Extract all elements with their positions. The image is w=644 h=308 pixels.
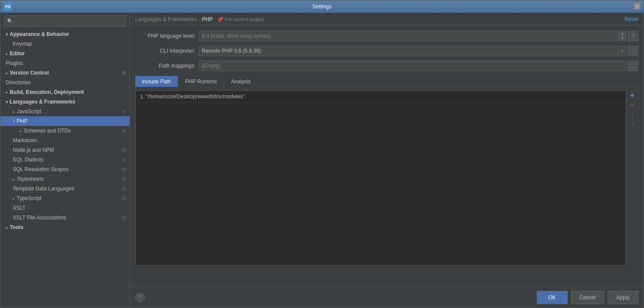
path-mappings-value: (Empty) <box>199 61 626 71</box>
path-mappings-control: (Empty) … <box>199 61 638 71</box>
sidebar-item-sql-dialects[interactable]: SQL Dialects ⚙ <box>0 155 130 165</box>
arrow-icon: ▾ <box>6 32 8 37</box>
sidebar-item-javascript[interactable]: ▸ JavaScript ⚙ <box>0 107 130 116</box>
cli-interpreter-control: Remote PHP 5.6 (5.6.36) ▾ … <box>199 46 638 56</box>
arrow-icon: ▾ <box>13 119 15 124</box>
sidebar-item-label: Editor <box>10 50 25 57</box>
window-title: Settings <box>313 4 331 10</box>
sidebar-item-sql-resolution[interactable]: SQL Resolution Scopes ⚙ <box>0 165 130 174</box>
move-down-button[interactable]: ↓ <box>628 120 637 129</box>
sidebar-item-schemas[interactable]: ▸ Schemas and DTDs ⚙ <box>0 126 130 136</box>
sidebar-item-tools[interactable]: ▸ Tools <box>0 222 130 232</box>
sidebar-item-languages[interactable]: ▾ Languages & Frameworks <box>0 97 130 107</box>
sidebar: 🔍 ▾ Appearance & Behavior Keymap ▸ Edito… <box>0 13 130 308</box>
add-path-button[interactable]: + <box>628 91 637 100</box>
pin-icon: 📌 <box>217 17 223 22</box>
breadcrumb: Languages & Frameworks › PHP 📌 For curre… <box>135 16 264 22</box>
reset-button[interactable]: Reset <box>625 16 638 22</box>
level-help-button[interactable]: ? <box>628 31 638 41</box>
arrow-icon: ▸ <box>6 90 8 95</box>
ok-button[interactable]: OK <box>537 291 568 304</box>
main-panel: Languages & Frameworks › PHP 📌 For curre… <box>130 13 644 308</box>
gear-icon: ⚙ <box>122 147 126 153</box>
language-level-value: 5.4 (traits, short array syntax) <box>199 31 618 41</box>
gear-icon: ⚙ <box>122 167 126 172</box>
level-down-button[interactable]: ▼ <box>619 36 626 41</box>
close-button[interactable]: ✕ <box>633 2 641 10</box>
level-up-button[interactable]: ▲ <box>619 31 626 36</box>
breadcrumb-separator: › <box>198 16 200 22</box>
content-area: 🔍 ▾ Appearance & Behavior Keymap ▸ Edito… <box>0 13 644 308</box>
cancel-button[interactable]: Cancel <box>571 291 604 304</box>
arrow-icon: ▸ <box>6 225 8 230</box>
search-box[interactable]: 🔍 <box>4 15 126 27</box>
sidebar-item-label: SQL Resolution Scopes <box>13 166 68 172</box>
sidebar-item-markdown[interactable]: Markdown <box>0 136 130 145</box>
sidebar-item-label: Markdown <box>13 137 37 143</box>
sidebar-item-keymap[interactable]: Keymap <box>0 39 130 49</box>
sidebar-item-label: SQL Dialects <box>13 157 43 163</box>
breadcrumb-current: PHP <box>202 16 213 22</box>
gear-icon: ⚙ <box>122 118 126 124</box>
path-mappings-row: Path mappings: (Empty) … <box>135 61 638 71</box>
sidebar-item-label: Directories <box>6 79 31 86</box>
header-bar: Languages & Frameworks › PHP 📌 For curre… <box>130 13 644 25</box>
apply-button[interactable]: Apply <box>608 291 638 304</box>
title-bar: PS Settings ✕ <box>0 0 644 13</box>
settings-content: PHP language level: 5.4 (traits, short a… <box>130 25 644 287</box>
sidebar-item-editor[interactable]: ▸ Editor <box>0 49 130 58</box>
cli-interpreter-dropdown[interactable]: Remote PHP 5.6 (5.6.36) ▾ <box>199 46 626 56</box>
sidebar-item-label: Node.js and NPM <box>13 147 54 153</box>
tab-analysis[interactable]: Analysis <box>224 76 257 87</box>
language-level-control: 5.4 (traits, short array syntax) ▲ ▼ ? <box>199 31 638 41</box>
dropdown-arrow-icon: ▾ <box>621 49 623 54</box>
arrow-icon: ▾ <box>6 100 8 104</box>
arrow-icon: ▸ <box>13 177 15 182</box>
sidebar-item-appearance[interactable]: ▾ Appearance & Behavior <box>0 29 130 39</box>
cli-interpreter-value: Remote PHP 5.6 (5.6.36) <box>202 48 261 54</box>
list-item[interactable]: 1. "/home/ruzel/Desktop/www/bitrix/modul… <box>136 91 626 103</box>
gear-icon: ⚙ <box>122 186 126 192</box>
path-mappings-more-button[interactable]: … <box>628 61 638 71</box>
sidebar-item-xslt-file[interactable]: XSLT File Associations ⚙ <box>0 213 130 222</box>
remove-path-button[interactable]: − <box>628 101 637 110</box>
footer: ? OK Cancel Apply <box>130 287 644 308</box>
sidebar-item-php[interactable]: ▾ PHP ⚙ <box>0 116 130 126</box>
cli-interpreter-more-button[interactable]: … <box>628 46 638 56</box>
sidebar-item-label: Tools <box>10 224 23 230</box>
tab-php-runtime[interactable]: PHP Runtime <box>179 76 223 87</box>
sidebar-item-label: Appearance & Behavior <box>10 31 69 37</box>
sidebar-item-typescript[interactable]: ▸ TypeScript ⚙ <box>0 193 130 203</box>
sidebar-item-nodejs[interactable]: Node.js and NPM ⚙ <box>0 145 130 155</box>
sidebar-item-label: Keymap <box>13 41 32 47</box>
sidebar-item-directories[interactable]: Directories <box>0 78 130 87</box>
php-language-level-row: PHP language level: 5.4 (traits, short a… <box>135 31 638 41</box>
gear-icon: ⚙ <box>122 215 126 221</box>
sidebar-item-plugins[interactable]: Plugins <box>0 58 130 68</box>
sidebar-item-version-control[interactable]: ▸ Version Control ⚙ <box>0 68 130 78</box>
tab-include-path[interactable]: Include Path <box>135 76 178 87</box>
footer-left: ? <box>135 293 145 302</box>
sidebar-item-xslt[interactable]: XSLT <box>0 203 130 213</box>
sidebar-item-label: Version Control <box>10 70 49 76</box>
cli-interpreter-row: CLI Interpreter: Remote PHP 5.6 (5.6.36)… <box>135 46 638 56</box>
include-path-panel: 1. "/home/ruzel/Desktop/www/bitrix/modul… <box>135 87 638 269</box>
app-logo: PS <box>4 3 12 11</box>
sidebar-item-label: Stylesheets <box>17 176 44 182</box>
move-up-button[interactable]: ↑ <box>628 111 637 119</box>
sidebar-item-build[interactable]: ▸ Build, Execution, Deployment <box>0 87 130 97</box>
level-stepper: ▲ ▼ <box>619 31 626 41</box>
sidebar-item-label: XSLT <box>13 205 25 211</box>
gear-icon: ⚙ <box>122 70 126 76</box>
tab-panel-inner: 1. "/home/ruzel/Desktop/www/bitrix/modul… <box>135 90 638 266</box>
sidebar-item-stylesheets[interactable]: ▸ Stylesheets ⚙ <box>0 174 130 184</box>
help-button[interactable]: ? <box>135 293 145 302</box>
project-label: For current project <box>225 17 264 22</box>
project-tag: 📌 For current project <box>217 17 264 22</box>
sidebar-item-template-data[interactable]: Template Data Languages ⚙ <box>0 184 130 193</box>
arrow-icon: ▸ <box>13 109 15 114</box>
search-input[interactable] <box>15 18 123 24</box>
path-mappings-label: Path mappings: <box>135 63 199 69</box>
search-icon: 🔍 <box>7 18 13 24</box>
include-path-list: 1. "/home/ruzel/Desktop/www/bitrix/modul… <box>135 90 626 266</box>
